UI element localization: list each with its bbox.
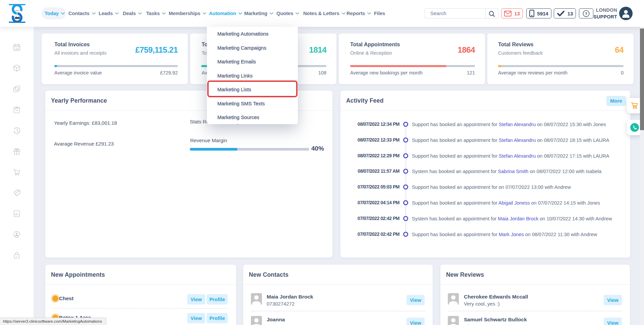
svg-text:12: 12 [15,47,19,50]
